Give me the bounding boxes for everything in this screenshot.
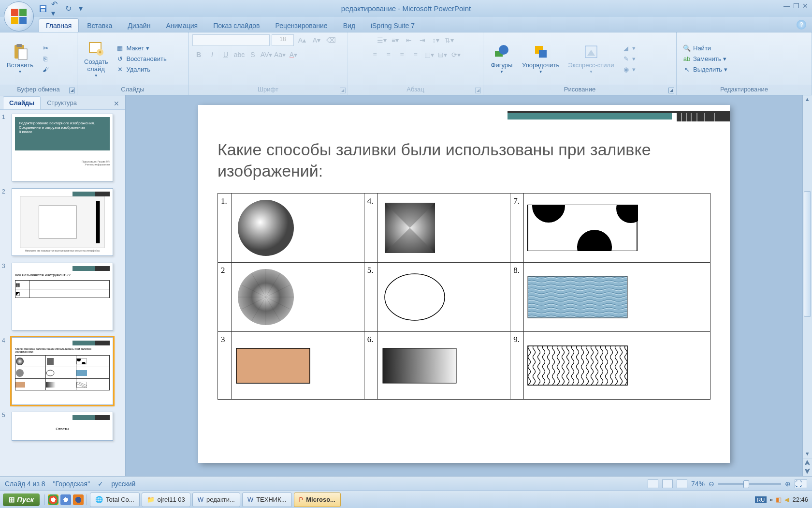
shapes-button[interactable]: Фигуры▼	[487, 42, 516, 75]
delete-button[interactable]: ✕Удалить	[114, 64, 168, 74]
thumb-3[interactable]: Как называются инструменты? ▦◩	[12, 263, 113, 330]
indent-inc-icon[interactable]: ⇥	[416, 34, 429, 46]
spellcheck-icon[interactable]: ✓	[98, 480, 103, 488]
chromium-icon[interactable]	[60, 494, 71, 505]
line-spacing-icon[interactable]: ↕▾	[430, 34, 442, 46]
start-button[interactable]: ⊞ Пуск	[3, 493, 40, 506]
thumbnails-list[interactable]: 1 Редактирование векторного изображения.…	[0, 110, 125, 476]
bullets-icon[interactable]: ☰▾	[376, 34, 388, 46]
bold-icon[interactable]: B	[192, 49, 205, 60]
prev-slide-icon[interactable]: ⮝	[803, 459, 812, 467]
panel-tab-outline[interactable]: Структура	[41, 96, 83, 109]
thumbnail-item[interactable]: 1 Редактирование векторного изображения.…	[2, 114, 123, 181]
italic-icon[interactable]: I	[206, 49, 218, 60]
panel-tab-slides[interactable]: Слайды	[3, 96, 41, 109]
change-case-icon[interactable]: Aa▾	[274, 49, 286, 60]
task-item[interactable]: 🌐Total Co...	[90, 493, 140, 507]
underline-icon[interactable]: U	[219, 49, 232, 60]
close-icon[interactable]: ✕	[802, 2, 808, 10]
fit-window-icon[interactable]: ⛶	[795, 479, 807, 488]
redo-icon[interactable]: ↻	[64, 4, 72, 13]
font-family-combo[interactable]	[192, 34, 270, 46]
reset-button[interactable]: ↺Восстановить	[114, 54, 168, 63]
columns-icon[interactable]: ▥▾	[423, 49, 435, 60]
task-item[interactable]: 📁ojrel11 03	[142, 493, 190, 507]
office-button[interactable]	[4, 1, 34, 31]
task-item[interactable]: Wредакти...	[192, 493, 240, 507]
align-right-icon[interactable]: ≡	[396, 49, 408, 60]
layout-button[interactable]: ▦Макет ▾	[114, 43, 168, 53]
tray-expand-icon[interactable]: «	[769, 496, 773, 503]
task-item-active[interactable]: PMicroso...	[294, 493, 341, 507]
task-item[interactable]: WТЕХНИК...	[242, 493, 292, 507]
char-spacing-icon[interactable]: AV▾	[260, 49, 273, 60]
clear-format-icon[interactable]: ⌫	[325, 34, 337, 46]
tab-ispring[interactable]: iSpring Suite 7	[363, 18, 422, 32]
shape-fill-button[interactable]: ◢▾	[620, 43, 638, 53]
justify-icon[interactable]: ≡	[409, 49, 422, 60]
select-button[interactable]: ↖Выделить ▾	[681, 64, 729, 74]
scroll-down-icon[interactable]: ▾	[803, 450, 812, 459]
restore-icon[interactable]: ❐	[793, 2, 799, 10]
align-center-icon[interactable]: ≡	[382, 49, 395, 60]
normal-view-icon[interactable]	[648, 479, 658, 488]
font-color-icon[interactable]: A▾	[287, 49, 300, 60]
thumbnail-item[interactable]: 3 Как называются инструменты? ▦◩	[2, 263, 123, 330]
shape-effects-button[interactable]: ◉▾	[620, 64, 638, 74]
undo-icon[interactable]: ↶ ▾	[51, 4, 60, 13]
vertical-scrollbar[interactable]: ▴ ▾ ⮝ ⮟	[802, 95, 812, 476]
indent-dec-icon[interactable]: ⇤	[403, 34, 415, 46]
qat-more-icon[interactable]: ▾	[76, 4, 85, 13]
slideshow-view-icon[interactable]	[677, 479, 687, 488]
save-icon[interactable]	[39, 4, 47, 13]
cut-button[interactable]: ✂	[39, 43, 52, 53]
clipboard-launcher-icon[interactable]: ◢	[69, 88, 75, 93]
minimize-icon[interactable]: ―	[783, 2, 790, 10]
tab-slideshow[interactable]: Показ слайдов	[206, 18, 267, 32]
shadow-icon[interactable]: S	[246, 49, 259, 60]
align-left-icon[interactable]: ≡	[369, 49, 381, 60]
tab-review[interactable]: Рецензирование	[268, 18, 335, 32]
smartart-icon[interactable]: ⟳▾	[450, 49, 463, 60]
sorter-view-icon[interactable]	[662, 479, 673, 488]
paste-button[interactable]: Вставить ▼	[4, 42, 36, 75]
thumb-1[interactable]: Редактирование векторного изображения. С…	[12, 114, 113, 181]
font-size-combo[interactable]: 18	[272, 34, 294, 46]
language-indicator[interactable]: RU	[755, 496, 767, 503]
quick-styles-button[interactable]: Экспресс-стили▼	[565, 42, 617, 75]
zoom-level[interactable]: 74%	[691, 480, 705, 488]
scroll-thumb[interactable]	[804, 191, 811, 317]
tray-icon[interactable]: ◧	[776, 496, 782, 503]
zoom-slider[interactable]	[718, 483, 781, 485]
scroll-up-icon[interactable]: ▴	[803, 95, 812, 104]
paragraph-launcher-icon[interactable]: ◢	[475, 88, 481, 93]
slide-editor[interactable]: Какие способы заливки были использованы …	[126, 95, 802, 476]
thumbnail-item[interactable]: 4 Какие способы заливки были использован…	[2, 337, 123, 405]
slide-canvas[interactable]: Какие способы заливки были использованы …	[198, 105, 730, 463]
align-text-icon[interactable]: ⊟▾	[436, 49, 449, 60]
help-icon[interactable]: ?	[797, 20, 806, 30]
shape-outline-button[interactable]: ✎▾	[620, 54, 638, 63]
clock[interactable]: 22:46	[792, 496, 808, 503]
tab-design[interactable]: Дизайн	[120, 18, 158, 32]
new-slide-button[interactable]: ✦ Создать слайд ▼	[81, 39, 111, 79]
shrink-font-icon[interactable]: A▾	[310, 34, 323, 46]
firefox-icon[interactable]	[73, 494, 84, 505]
thumbnail-item[interactable]: 2 Напишите как называются пронумерованны…	[2, 188, 123, 256]
numbering-icon[interactable]: ≡▾	[389, 34, 402, 46]
panel-close-icon[interactable]: ✕	[111, 98, 122, 109]
thumb-5[interactable]: Ответы	[12, 412, 113, 441]
next-slide-icon[interactable]: ⮟	[803, 467, 812, 476]
zoom-out-icon[interactable]: ⊖	[709, 480, 714, 488]
tab-home[interactable]: Главная	[39, 18, 79, 32]
format-painter-button[interactable]: 🖌	[39, 64, 52, 74]
text-direction-icon[interactable]: ⇅▾	[443, 34, 456, 46]
tab-animation[interactable]: Анимация	[159, 18, 205, 32]
zoom-in-icon[interactable]: ⊕	[785, 480, 791, 488]
drawing-launcher-icon[interactable]: ◢	[668, 88, 674, 93]
tray-icon[interactable]: ◀	[784, 496, 789, 503]
copy-button[interactable]: ⎘	[39, 54, 52, 63]
slide-title-text[interactable]: Какие способы заливки были использованы …	[218, 139, 710, 181]
thumbnail-item[interactable]: 5 Ответы	[2, 412, 123, 441]
arrange-button[interactable]: Упорядочить▼	[519, 42, 562, 75]
